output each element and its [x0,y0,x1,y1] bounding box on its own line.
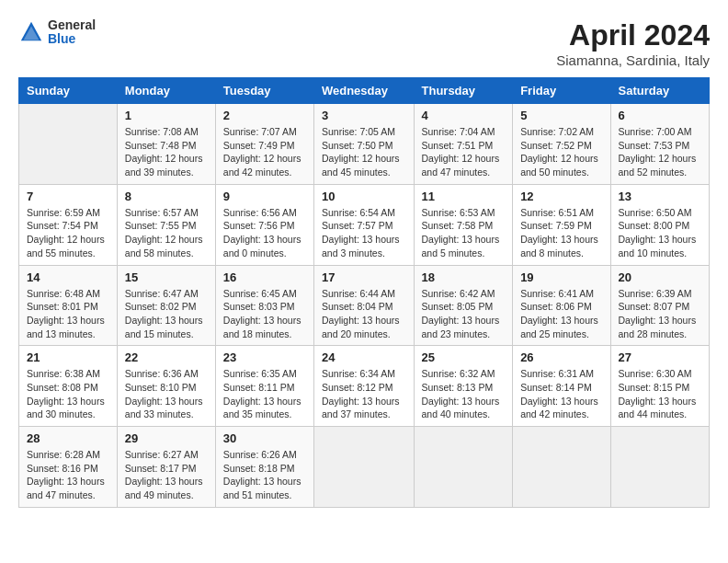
week-row-4: 21 Sunrise: 6:38 AMSunset: 8:08 PMDaylig… [19,346,710,427]
page-header: General Blue April 2024 Siamanna, Sardin… [18,18,710,68]
calendar-cell: 3 Sunrise: 7:05 AMSunset: 7:50 PMDayligh… [313,104,414,185]
day-number: 30 [223,431,306,445]
day-info: Sunrise: 6:57 AMSunset: 7:55 PMDaylight:… [125,207,203,259]
day-number: 13 [619,190,701,203]
calendar-cell: 8 Sunrise: 6:57 AMSunset: 7:55 PMDayligh… [117,184,215,265]
day-number: 29 [125,431,208,445]
title-block: April 2024 Siamanna, Sardinia, Italy [556,18,710,68]
day-number: 21 [27,350,109,364]
day-info: Sunrise: 6:36 AMSunset: 8:10 PMDaylight:… [125,368,203,419]
month-title: April 2024 [556,18,710,52]
calendar-body: 1 Sunrise: 7:08 AMSunset: 7:48 PMDayligh… [19,104,710,508]
logo: General Blue [18,18,96,47]
day-info: Sunrise: 7:04 AMSunset: 7:51 PMDaylight:… [422,126,500,178]
header-day-thursday: Thursday [414,78,513,104]
day-number: 24 [322,350,406,364]
week-row-2: 7 Sunrise: 6:59 AMSunset: 7:54 PMDayligh… [19,184,710,265]
day-info: Sunrise: 7:02 AMSunset: 7:52 PMDaylight:… [520,126,598,178]
calendar-cell: 27 Sunrise: 6:30 AMSunset: 8:15 PMDaylig… [610,346,709,427]
calendar-cell: 17 Sunrise: 6:44 AMSunset: 8:04 PMDaylig… [313,265,414,346]
day-number: 18 [422,270,506,284]
day-number: 1 [125,109,208,122]
calendar-cell: 21 Sunrise: 6:38 AMSunset: 8:08 PMDaylig… [19,346,118,427]
calendar-header: SundayMondayTuesdayWednesdayThursdayFrid… [19,78,710,104]
day-info: Sunrise: 6:42 AMSunset: 8:05 PMDaylight:… [422,288,500,339]
calendar-cell: 1 Sunrise: 7:08 AMSunset: 7:48 PMDayligh… [117,104,215,185]
day-number: 4 [422,109,506,122]
day-info: Sunrise: 6:28 AMSunset: 8:16 PMDaylight:… [27,449,105,500]
day-info: Sunrise: 6:50 AMSunset: 8:00 PMDaylight:… [619,207,697,259]
day-info: Sunrise: 6:48 AMSunset: 8:01 PMDaylight:… [27,288,105,339]
day-info: Sunrise: 6:34 AMSunset: 8:12 PMDaylight:… [322,368,400,419]
day-number: 25 [422,350,506,364]
day-number: 11 [422,190,506,203]
day-number: 8 [125,190,208,203]
calendar-cell: 23 Sunrise: 6:35 AMSunset: 8:11 PMDaylig… [215,346,313,427]
day-number: 2 [223,109,306,122]
header-day-tuesday: Tuesday [215,78,313,104]
calendar-cell: 25 Sunrise: 6:32 AMSunset: 8:13 PMDaylig… [414,346,513,427]
calendar-cell [313,427,414,508]
calendar-cell: 16 Sunrise: 6:45 AMSunset: 8:03 PMDaylig… [215,265,313,346]
calendar-cell [414,427,513,508]
calendar-cell: 6 Sunrise: 7:00 AMSunset: 7:53 PMDayligh… [610,104,709,185]
day-info: Sunrise: 7:05 AMSunset: 7:50 PMDaylight:… [322,126,400,178]
calendar-cell: 19 Sunrise: 6:41 AMSunset: 8:06 PMDaylig… [513,265,610,346]
day-number: 9 [223,190,306,203]
day-info: Sunrise: 6:44 AMSunset: 8:04 PMDaylight:… [322,288,400,339]
day-info: Sunrise: 6:54 AMSunset: 7:57 PMDaylight:… [322,207,400,259]
day-number: 27 [619,350,701,364]
day-info: Sunrise: 6:35 AMSunset: 8:11 PMDaylight:… [223,368,301,419]
calendar-cell: 2 Sunrise: 7:07 AMSunset: 7:49 PMDayligh… [215,104,313,185]
calendar-cell: 13 Sunrise: 6:50 AMSunset: 8:00 PMDaylig… [610,184,709,265]
calendar-cell: 11 Sunrise: 6:53 AMSunset: 7:58 PMDaylig… [414,184,513,265]
logo-icon [18,19,44,45]
calendar-cell: 9 Sunrise: 6:56 AMSunset: 7:56 PMDayligh… [215,184,313,265]
day-number: 28 [27,431,109,445]
logo-text: General Blue [48,18,96,47]
day-number: 20 [619,270,701,284]
day-info: Sunrise: 6:59 AMSunset: 7:54 PMDaylight:… [27,207,105,259]
week-row-3: 14 Sunrise: 6:48 AMSunset: 8:01 PMDaylig… [19,265,710,346]
calendar-cell: 26 Sunrise: 6:31 AMSunset: 8:14 PMDaylig… [513,346,610,427]
calendar-cell: 24 Sunrise: 6:34 AMSunset: 8:12 PMDaylig… [313,346,414,427]
calendar-cell [610,427,709,508]
day-number: 26 [520,350,602,364]
day-info: Sunrise: 6:39 AMSunset: 8:07 PMDaylight:… [619,288,697,339]
day-number: 23 [223,350,306,364]
day-info: Sunrise: 6:27 AMSunset: 8:17 PMDaylight:… [125,449,203,500]
day-info: Sunrise: 6:30 AMSunset: 8:15 PMDaylight:… [619,368,697,419]
calendar-cell: 7 Sunrise: 6:59 AMSunset: 7:54 PMDayligh… [19,184,118,265]
day-info: Sunrise: 7:08 AMSunset: 7:48 PMDaylight:… [125,126,203,178]
day-info: Sunrise: 7:07 AMSunset: 7:49 PMDaylight:… [223,126,301,178]
calendar-cell: 30 Sunrise: 6:26 AMSunset: 8:18 PMDaylig… [215,427,313,508]
day-number: 14 [27,270,109,284]
logo-general: General [48,18,96,32]
week-row-1: 1 Sunrise: 7:08 AMSunset: 7:48 PMDayligh… [19,104,710,185]
calendar-cell: 12 Sunrise: 6:51 AMSunset: 7:59 PMDaylig… [513,184,610,265]
day-number: 19 [520,270,602,284]
calendar-cell [513,427,610,508]
day-number: 22 [125,350,208,364]
day-info: Sunrise: 6:31 AMSunset: 8:14 PMDaylight:… [520,368,598,419]
day-number: 3 [322,109,406,122]
header-day-friday: Friday [513,78,610,104]
day-number: 10 [322,190,406,203]
header-row: SundayMondayTuesdayWednesdayThursdayFrid… [19,78,710,104]
day-info: Sunrise: 6:32 AMSunset: 8:13 PMDaylight:… [422,368,500,419]
day-number: 7 [27,190,109,203]
calendar-cell: 29 Sunrise: 6:27 AMSunset: 8:17 PMDaylig… [117,427,215,508]
day-number: 6 [619,109,701,122]
header-day-saturday: Saturday [610,78,709,104]
header-day-sunday: Sunday [19,78,118,104]
calendar-cell: 20 Sunrise: 6:39 AMSunset: 8:07 PMDaylig… [610,265,709,346]
calendar-cell [19,104,118,185]
header-day-monday: Monday [117,78,215,104]
day-number: 12 [520,190,602,203]
day-info: Sunrise: 6:51 AMSunset: 7:59 PMDaylight:… [520,207,598,259]
day-info: Sunrise: 6:47 AMSunset: 8:02 PMDaylight:… [125,288,203,339]
calendar-cell: 15 Sunrise: 6:47 AMSunset: 8:02 PMDaylig… [117,265,215,346]
day-number: 5 [520,109,602,122]
calendar-cell: 22 Sunrise: 6:36 AMSunset: 8:10 PMDaylig… [117,346,215,427]
logo-blue: Blue [48,32,96,46]
